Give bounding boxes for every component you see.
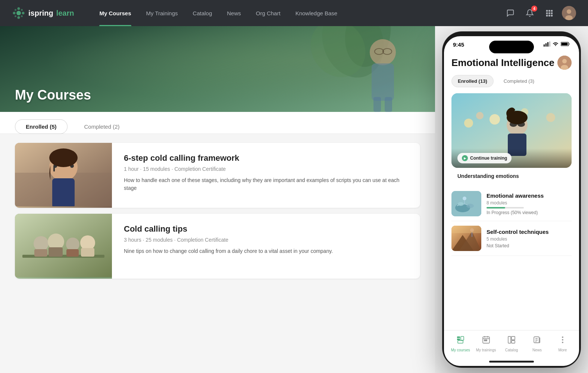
nav-news[interactable]: News [219, 0, 248, 26]
phone-course-info-1: Emotional awareness 8 modules In Progres… [487, 192, 572, 215]
svg-rect-96 [512, 336, 515, 340]
book-icon [456, 335, 465, 347]
hero-figure [278, 26, 420, 112]
course-thumb-2 [15, 214, 112, 279]
courses-list: 6-step cold calling framework 1 hour · 1… [0, 134, 435, 288]
course-card-1[interactable]: 6-step cold calling framework 1 hour · 1… [15, 143, 420, 208]
svg-point-0 [16, 11, 21, 15]
phone-nav-news[interactable]: News [524, 335, 550, 352]
phone-course-status-2: Not Started [487, 243, 572, 248]
nav-org-chart[interactable]: Org Chart [248, 0, 288, 26]
phone-course-item-1[interactable]: Emotional awareness 8 modules In Progres… [451, 186, 572, 221]
nav-knowledge-base[interactable]: Knowledge Base [288, 0, 345, 26]
phone-course-title-1: Emotional awareness [487, 192, 572, 199]
nav-actions: 4 [504, 6, 576, 20]
svg-point-63 [476, 112, 484, 119]
course-title-1: 6-step cold calling framework [124, 153, 408, 163]
tabs-bar: Enrolled (5) Completed (2) [0, 112, 435, 134]
phone-user-avatar[interactable] [557, 56, 572, 70]
chat-button[interactable] [504, 6, 517, 20]
nav-links: My Courses My Trainings Catalog News Org… [92, 0, 504, 26]
svg-point-59 [562, 59, 567, 63]
logo[interactable]: ispring learn [12, 6, 74, 20]
phone-nav-my-trainings[interactable]: My trainings [473, 335, 498, 352]
phone-mockup: 9:45 [442, 32, 581, 367]
continue-label: Continue training [470, 156, 507, 161]
svg-rect-53 [547, 42, 548, 47]
notification-badge: 4 [531, 6, 537, 12]
phone-home-indicator [444, 357, 579, 366]
tab-enrolled[interactable]: Enrolled (5) [15, 119, 68, 134]
phone-tab-completed[interactable]: Completed (3) [497, 75, 541, 87]
phone-course-thumb-1 [451, 191, 481, 216]
svg-rect-17 [551, 15, 553, 17]
user-avatar[interactable] [562, 6, 576, 20]
logo-learn: learn [56, 9, 74, 18]
svg-rect-50 [81, 248, 94, 257]
phone-tabs: Enrolled (13) Completed (3) [451, 75, 572, 87]
svg-rect-13 [548, 12, 550, 14]
svg-rect-38 [53, 166, 55, 172]
nav-my-trainings[interactable]: My Trainings [139, 0, 185, 26]
grid-button[interactable] [542, 6, 556, 20]
phone-featured-card[interactable]: ▶ Continue training [451, 93, 572, 168]
phone-nav-more-label: More [558, 348, 567, 352]
home-bar [489, 361, 534, 363]
phone-course-item-2[interactable]: Self-control techniques 5 modules Not St… [451, 221, 572, 256]
phone-nav-my-courses[interactable]: My courses [448, 335, 473, 352]
phone-nav-more[interactable]: More [550, 335, 575, 352]
svg-rect-47 [34, 249, 47, 257]
progress-fill-1 [487, 207, 505, 209]
svg-point-103 [562, 336, 563, 338]
course-card-2[interactable]: Cold calling tips 3 hours · 25 modules ·… [15, 214, 420, 279]
svg-point-39 [49, 148, 78, 167]
continue-training-button[interactable]: ▶ Continue training [457, 153, 512, 163]
catalog-icon [507, 335, 516, 347]
phone-tab-enrolled[interactable]: Enrolled (13) [451, 75, 494, 87]
phone-nav-catalog[interactable]: Catalog [499, 335, 524, 352]
svg-rect-27 [385, 97, 392, 112]
svg-point-45 [66, 238, 79, 251]
svg-rect-35 [52, 178, 75, 206]
svg-rect-9 [546, 10, 548, 12]
svg-rect-97 [512, 341, 515, 343]
main-layout: My Courses Enrolled (5) Completed (2) [0, 26, 588, 373]
course-thumb-1 [15, 143, 112, 208]
left-panel: My Courses Enrolled (5) Completed (2) [0, 26, 435, 373]
svg-point-5 [15, 9, 16, 11]
calendar-icon [482, 335, 491, 347]
course-info-1: 6-step cold calling framework 1 hour · 1… [112, 143, 420, 208]
course-desc-1: How to handle each one of these stages, … [124, 176, 408, 192]
svg-rect-52 [545, 43, 547, 47]
phone-nav-news-label: News [532, 348, 542, 352]
svg-rect-26 [373, 97, 381, 112]
phone-course-modules-2: 5 modules [487, 236, 572, 242]
svg-rect-11 [551, 10, 553, 12]
tab-completed[interactable]: Completed (2) [74, 119, 131, 134]
svg-rect-57 [562, 43, 568, 46]
svg-rect-51 [544, 44, 545, 47]
svg-point-4 [22, 12, 25, 15]
svg-point-102 [562, 339, 563, 341]
right-panel: 9:45 [435, 26, 588, 373]
hero-title: My Courses [15, 87, 91, 103]
phone-course-modules-1: 8 modules [487, 200, 572, 206]
svg-rect-16 [548, 15, 550, 17]
phone-nav-catalog-label: Catalog [505, 348, 518, 352]
svg-rect-86 [458, 341, 463, 343]
svg-point-62 [464, 119, 473, 128]
featured-overlay: ▶ Continue training [451, 148, 572, 168]
play-icon: ▶ [462, 155, 468, 161]
understanding-label: Understanding emotions [451, 169, 572, 183]
svg-rect-56 [569, 43, 570, 45]
course-meta-1: 1 hour · 15 modules · Completion Certifi… [124, 166, 408, 172]
notifications-button[interactable]: 4 [523, 6, 537, 20]
svg-point-77 [463, 197, 466, 200]
phone-content: Emotional Intelligence Enrolled (13) [444, 56, 579, 330]
nav-catalog[interactable]: Catalog [185, 0, 220, 26]
phone-nav-trainings-label: My trainings [476, 348, 496, 352]
nav-my-courses[interactable]: My Courses [92, 0, 138, 26]
course-desc-2: Nine tips on how to change cold calling … [124, 247, 408, 255]
svg-point-75 [458, 202, 464, 206]
svg-rect-84 [451, 226, 481, 233]
